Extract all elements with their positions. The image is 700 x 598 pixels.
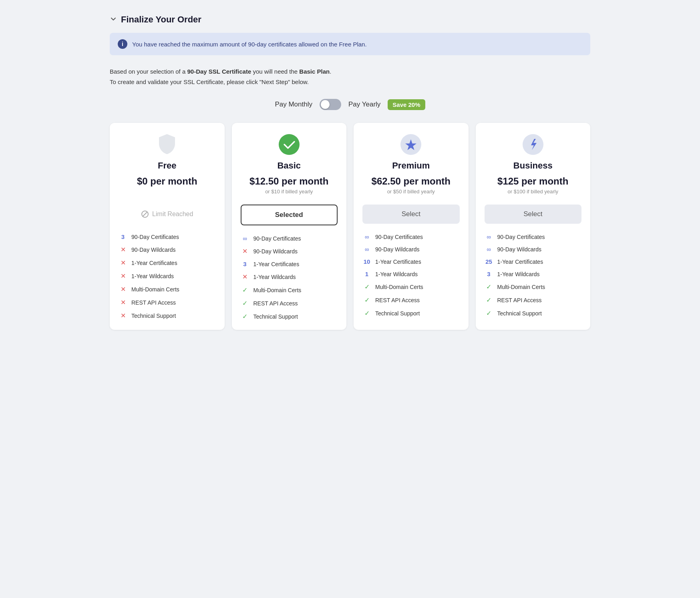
feature-label: Technical Support: [253, 313, 298, 320]
feature-check-icon: ✓: [362, 283, 371, 291]
billing-toggle[interactable]: [320, 99, 341, 110]
plans-grid: Free $0 per month Limit Reached 3 90-Day…: [110, 123, 590, 330]
feature-x-icon: ✕: [119, 272, 127, 280]
limit-reached-button: Limit Reached: [119, 205, 216, 224]
plan-features: ∞ 90-Day Certificates ∞ 90-Day Wildcards…: [485, 233, 582, 317]
billing-toggle-row: Pay Monthly Pay Yearly Save 20%: [110, 99, 590, 110]
feature-row: ∞ 90-Day Wildcards: [485, 246, 582, 253]
page-title: Finalize Your Order: [121, 14, 201, 25]
header: Finalize Your Order: [110, 8, 590, 33]
feature-row: ✕ 90-Day Wildcards: [241, 247, 338, 255]
plan-name: Business: [513, 161, 553, 171]
plan-price: $12.50 per month: [249, 176, 328, 187]
feature-x-icon: ✕: [241, 273, 249, 281]
plan-price: $62.50 per month: [372, 176, 451, 187]
feature-row: ✕ 1-Year Wildcards: [241, 273, 338, 281]
chevron-icon[interactable]: [110, 15, 117, 24]
feature-label: 90-Day Certificates: [253, 235, 301, 242]
plan-price: $0 per month: [137, 176, 197, 187]
feature-row: ✓ Technical Support: [362, 309, 460, 317]
feature-row: ✕ 90-Day Wildcards: [119, 246, 216, 253]
feature-x-icon: ✕: [119, 312, 127, 319]
feature-row: ✓ Technical Support: [485, 309, 582, 317]
feature-row: ∞ 90-Day Certificates: [241, 235, 338, 242]
plan-features: 3 90-Day Certificates ✕ 90-Day Wildcards…: [119, 233, 216, 319]
feature-label: REST API Access: [375, 297, 420, 303]
feature-label: 1-Year Certificates: [131, 260, 177, 266]
page-container: Finalize Your Order i You have reached t…: [110, 8, 590, 330]
feature-row: ✓ Multi-Domain Certs: [241, 286, 338, 294]
feature-check-icon: ✓: [485, 283, 493, 291]
select-button[interactable]: Select: [485, 205, 582, 224]
feature-count-icon: 3: [485, 271, 493, 277]
select-button[interactable]: Select: [362, 205, 460, 224]
feature-count-icon: 1: [362, 271, 371, 277]
feature-row: ✓ REST API Access: [485, 296, 582, 304]
feature-label: 90-Day Certificates: [131, 234, 179, 240]
plan-billed: or $100 if billed yearly: [508, 189, 558, 197]
feature-row: ✕ Technical Support: [119, 312, 216, 319]
selected-button[interactable]: Selected: [241, 205, 338, 225]
feature-row: 3 1-Year Certificates: [241, 261, 338, 267]
feature-check-icon: ✓: [485, 309, 493, 317]
feature-infinity-icon: ∞: [362, 246, 371, 253]
feature-count-icon: 3: [241, 261, 249, 267]
feature-label: 1-Year Certificates: [375, 259, 421, 265]
feature-infinity-icon: ∞: [485, 246, 493, 253]
save-badge: Save 20%: [388, 99, 425, 110]
info-banner: i You have reached the maximum amount of…: [110, 33, 590, 55]
feature-row: 1 1-Year Wildcards: [362, 271, 460, 277]
feature-label: REST API Access: [253, 300, 298, 307]
feature-label: 1-Year Wildcards: [375, 271, 418, 277]
feature-check-icon: ✓: [362, 309, 371, 317]
feature-row: 3 1-Year Wildcards: [485, 271, 582, 277]
feature-label: 1-Year Wildcards: [497, 271, 540, 277]
feature-label: Technical Support: [497, 310, 542, 317]
plan-features: ∞ 90-Day Certificates ✕ 90-Day Wildcards…: [241, 235, 338, 320]
feature-label: 1-Year Wildcards: [131, 273, 174, 279]
feature-check-icon: ✓: [241, 313, 249, 320]
feature-row: ✕ REST API Access: [119, 299, 216, 306]
feature-row: 3 90-Day Certificates: [119, 233, 216, 240]
feature-label: 90-Day Certificates: [375, 234, 423, 240]
feature-count-icon: 3: [119, 233, 127, 240]
feature-label: 1-Year Wildcards: [253, 274, 296, 280]
feature-row: ✕ 1-Year Wildcards: [119, 272, 216, 280]
feature-row: 10 1-Year Certificates: [362, 258, 460, 265]
feature-label: 90-Day Wildcards: [497, 246, 541, 253]
feature-infinity-icon: ∞: [241, 235, 249, 242]
lightning-icon: [523, 134, 543, 155]
plan-name: Free: [158, 161, 176, 171]
feature-infinity-icon: ∞: [362, 233, 371, 240]
plan-features: ∞ 90-Day Certificates ∞ 90-Day Wildcards…: [362, 233, 460, 317]
toggle-knob: [321, 100, 330, 109]
info-icon: i: [118, 39, 127, 49]
plan-name: Premium: [392, 161, 430, 171]
feature-label: Multi-Domain Certs: [253, 287, 302, 293]
plan-name: Basic: [277, 161, 301, 171]
feature-label: REST API Access: [497, 297, 542, 303]
feature-label: 90-Day Wildcards: [253, 248, 298, 255]
feature-row: ✓ Multi-Domain Certs: [362, 283, 460, 291]
feature-row: ∞ 90-Day Wildcards: [362, 246, 460, 253]
feature-label: REST API Access: [131, 299, 176, 306]
description-text: Based on your selection of a 90-Day SSL …: [110, 66, 590, 87]
plan-billed: or $50 if billed yearly: [387, 189, 435, 197]
feature-label: Multi-Domain Certs: [497, 284, 545, 290]
feature-check-icon: ✓: [485, 296, 493, 304]
feature-x-icon: ✕: [241, 247, 249, 255]
feature-label: 1-Year Certificates: [497, 259, 543, 265]
feature-label: 90-Day Certificates: [497, 234, 545, 240]
checkmark-circle-icon: [279, 134, 300, 155]
feature-label: 1-Year Certificates: [253, 261, 300, 267]
plan-billed: or $10 if billed yearly: [265, 189, 313, 197]
feature-row: ∞ 90-Day Certificates: [362, 233, 460, 240]
feature-x-icon: ✕: [119, 285, 127, 293]
yearly-label: Pay Yearly: [348, 100, 380, 108]
feature-check-icon: ✓: [241, 286, 249, 294]
feature-count-icon: 10: [362, 258, 371, 265]
feature-row: ✕ 1-Year Certificates: [119, 259, 216, 267]
plan-card-free: Free $0 per month Limit Reached 3 90-Day…: [110, 123, 225, 330]
feature-label: Technical Support: [375, 310, 420, 317]
feature-row: ∞ 90-Day Certificates: [485, 233, 582, 240]
